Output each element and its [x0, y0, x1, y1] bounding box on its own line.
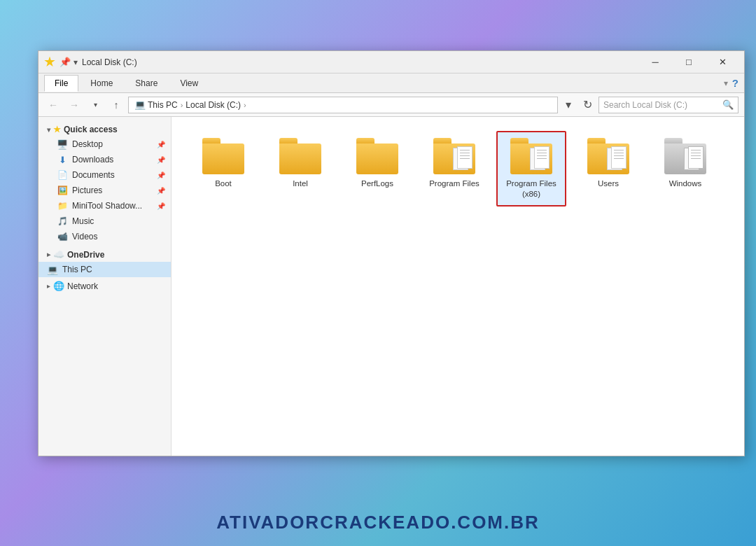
sidebar-item-desktop[interactable]: 🖥️ Desktop 📌	[38, 136, 171, 152]
address-dropdown-button[interactable]: ▾	[561, 97, 576, 113]
pin-icon-desktop: 📌	[157, 141, 165, 148]
music-icon: 🎵	[57, 216, 68, 227]
sidebar-item-videos[interactable]: 📹 Videos	[38, 229, 171, 244]
downloads-icon: ⬇	[57, 154, 68, 165]
chevron-network: ▸	[47, 282, 50, 290]
pictures-icon: 🖼️	[57, 185, 68, 196]
folder-icon-program-files-x86	[510, 138, 552, 174]
title-bar-pin: 📌	[59, 57, 71, 67]
minitool-icon: 📁	[57, 200, 68, 211]
desktop-icon: 🖥️	[57, 139, 68, 150]
documents-icon: 📄	[57, 169, 68, 181]
sidebar-section-onedrive[interactable]: ▸ ☁️ OneDrive	[38, 247, 171, 262]
folder-windows[interactable]: Windows	[650, 131, 720, 206]
explorer-window: 📌 ▾ Local Disk (C:) ─ □ ✕ File Home Shar…	[38, 50, 745, 456]
pin-icon-minitool: 📌	[157, 202, 165, 210]
search-box[interactable]: Search Local Disk (C:) 🔍	[598, 97, 738, 113]
help-button[interactable]: ?	[732, 77, 738, 89]
sidebar-item-music[interactable]: 🎵 Music	[38, 214, 171, 229]
forward-button[interactable]: →	[65, 96, 83, 114]
folder-name-intel: Intel	[293, 178, 308, 189]
back-button[interactable]: ←	[44, 96, 62, 114]
sidebar-item-documents[interactable]: 📄 Documents 📌	[38, 167, 171, 183]
title-bar-dash: ▾	[74, 57, 78, 67]
title-bar-title: Local Disk (C:)	[82, 57, 639, 67]
sidebar-label-videos: Videos	[72, 232, 165, 241]
sidebar-item-downloads[interactable]: ⬇ Downloads 📌	[38, 152, 171, 167]
thispc-icon: 💻	[47, 264, 58, 275]
folder-name-perflogs: PerfLogs	[361, 178, 393, 189]
sidebar-section-network[interactable]: ▸ 🌐 Network	[38, 279, 171, 293]
breadcrumb-sep-1: ›	[181, 101, 183, 109]
address-bar[interactable]: 💻 This PC › Local Disk (C:) ›	[128, 97, 558, 113]
folder-icon-program-files	[433, 138, 475, 174]
maximize-button[interactable]: □	[673, 52, 705, 73]
minimize-button[interactable]: ─	[639, 52, 671, 73]
watermark-text: ATIVADORCRACKEADO.COM.BR	[216, 512, 540, 533]
tab-file[interactable]: File	[44, 75, 78, 92]
address-thispc[interactable]: 💻 This PC	[134, 99, 178, 110]
folder-icon-users	[587, 138, 629, 174]
sidebar-item-thispc[interactable]: 💻 This PC	[38, 262, 171, 277]
sidebar-label-downloads: Downloads	[72, 155, 151, 164]
pin-icon-documents: 📌	[157, 172, 165, 179]
tab-share[interactable]: Share	[125, 75, 168, 92]
window-icon	[44, 57, 55, 68]
folder-name-boot: Boot	[215, 178, 232, 189]
sidebar-section-quick-access[interactable]: ▾ ★ Quick access	[38, 122, 171, 136]
network-label: Network	[67, 281, 98, 291]
chevron-onedrive: ▸	[47, 251, 50, 258]
folder-name-program-files: Program Files	[429, 178, 479, 189]
onedrive-icon: ☁️	[53, 249, 64, 260]
nav-bar: ← → ▾ ↑ 💻 This PC › Local Disk (C:) › ▾ …	[38, 93, 744, 117]
folder-program-files-x86[interactable]: Program Files (x86)	[496, 131, 566, 206]
refresh-button[interactable]: ↻	[579, 97, 596, 113]
close-button[interactable]: ✕	[706, 52, 738, 73]
sidebar: ▾ ★ Quick access 🖥️ Desktop 📌 ⬇ Download…	[38, 117, 172, 456]
sidebar-item-pictures[interactable]: 🖼️ Pictures 📌	[38, 183, 171, 198]
onedrive-label: OneDrive	[67, 250, 104, 260]
breadcrumb-sep-2: ›	[244, 101, 246, 109]
tab-view[interactable]: View	[169, 75, 209, 92]
folder-users[interactable]: Users	[573, 131, 643, 206]
title-bar-controls: ─ □ ✕	[639, 52, 738, 73]
folder-icon-intel	[279, 138, 321, 174]
sidebar-label-music: Music	[72, 216, 165, 226]
recent-locations-button[interactable]: ▾	[86, 96, 104, 114]
search-placeholder: Search Local Disk (C:)	[603, 100, 720, 110]
chevron-icon: ▾	[47, 126, 50, 134]
folder-icon-boot	[202, 138, 244, 174]
folder-intel[interactable]: Intel	[265, 131, 335, 206]
ribbon-tabs: File Home Share View ▾ ?	[38, 74, 744, 93]
star-icon: ★	[53, 125, 61, 134]
address-localdisk[interactable]: Local Disk (C:)	[186, 100, 241, 110]
title-bar: 📌 ▾ Local Disk (C:) ─ □ ✕	[38, 51, 744, 74]
sidebar-label-desktop: Desktop	[72, 139, 151, 149]
folder-name-program-files-x86: Program Files (x86)	[500, 178, 562, 200]
folder-name-users: Users	[598, 178, 619, 189]
tab-home[interactable]: Home	[80, 75, 123, 92]
sidebar-label-minitool: MiniTool Shadow...	[72, 201, 151, 211]
folder-boot[interactable]: Boot	[188, 131, 258, 206]
file-area: Boot Intel PerfLogs	[172, 117, 744, 456]
sidebar-label-documents: Documents	[72, 170, 151, 180]
folder-icon-windows	[664, 138, 706, 174]
title-bar-icon	[44, 56, 57, 69]
search-icon[interactable]: 🔍	[722, 99, 734, 110]
sidebar-item-minitool[interactable]: 📁 MiniTool Shadow... 📌	[38, 198, 171, 214]
folder-perflogs[interactable]: PerfLogs	[342, 131, 412, 206]
quick-access-label: Quick access	[64, 125, 118, 134]
network-icon: 🌐	[53, 281, 64, 291]
folder-program-files[interactable]: Program Files	[419, 131, 489, 206]
main-area: ▾ ★ Quick access 🖥️ Desktop 📌 ⬇ Download…	[38, 117, 744, 456]
pin-icon-downloads: 📌	[157, 156, 165, 164]
sidebar-label-thispc: This PC	[62, 265, 165, 274]
pin-icon-pictures: 📌	[157, 187, 165, 195]
up-button[interactable]: ↑	[107, 96, 125, 114]
folder-name-windows: Windows	[669, 178, 702, 189]
videos-icon: 📹	[57, 231, 68, 242]
folder-icon-perflogs	[356, 138, 398, 174]
sidebar-label-pictures: Pictures	[72, 186, 151, 195]
